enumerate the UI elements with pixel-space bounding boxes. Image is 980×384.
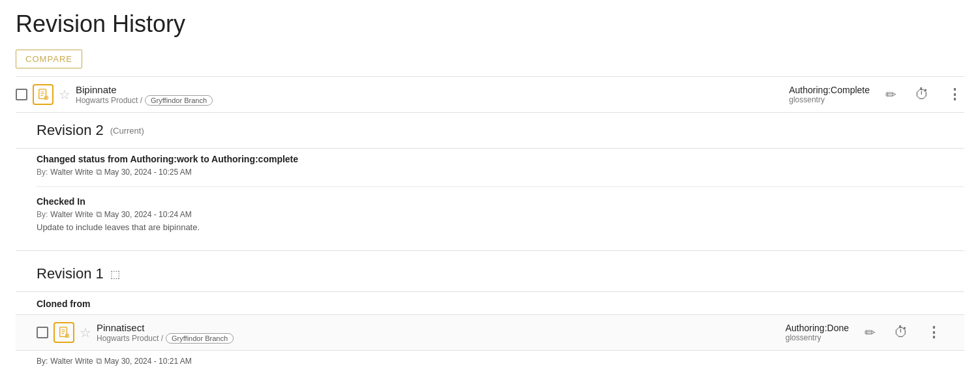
doc-row-right: Authoring:Complete glossentry ✏ ⏱ ⋮ <box>769 83 964 106</box>
cloned-doc-info: Pinnatisect Hogwarts Product / Gryffindo… <box>97 322 234 344</box>
cloned-from-label: Cloned from <box>16 299 964 309</box>
cloned-doc-status: Authoring:Done glossentry <box>786 323 849 342</box>
page-title: Revision History <box>16 10 964 38</box>
revision-2-section: Revision 2 (Current) Changed status from… <box>16 113 964 241</box>
svg-rect-9 <box>61 331 65 332</box>
copy-icon-2[interactable]: ⧉ <box>96 209 102 220</box>
cloned-history-icon[interactable]: ⏱ <box>891 321 911 344</box>
edit-icon[interactable]: ✏ <box>883 84 899 105</box>
page-container: Revision History COMPARE ☆ Bipinnate <box>0 0 980 384</box>
external-link-icon[interactable]: ⬚ <box>110 268 120 280</box>
cloned-doc-status-label: Authoring:Done <box>786 323 849 333</box>
current-badge: (Current) <box>110 126 144 136</box>
document-svg-icon <box>37 89 49 100</box>
rev-divider <box>16 250 964 251</box>
svg-rect-1 <box>40 92 44 93</box>
cloned-doc-row: ☆ Pinnatisect Hogwarts Product / Gryffin… <box>16 314 964 351</box>
cloned-more-icon[interactable]: ⋮ <box>924 321 943 344</box>
main-doc-status-label: Authoring:Complete <box>789 85 870 95</box>
main-doc-status-sub: glossentry <box>789 95 825 104</box>
change-item-checkin: Checked In By: Walter Write ⧉ May 30, 20… <box>37 196 964 241</box>
main-doc-status: Authoring:Complete glossentry <box>789 85 870 104</box>
svg-rect-10 <box>61 333 64 334</box>
cloned-doc-checkbox[interactable] <box>37 327 48 338</box>
change-title-checkin: Checked In <box>37 196 964 207</box>
main-doc-checkbox[interactable] <box>16 89 27 100</box>
cloned-doc-row-left: ☆ Pinnatisect Hogwarts Product / Gryffin… <box>37 322 748 344</box>
main-doc-row: ☆ Bipinnate Hogwarts Product / Gryffindo… <box>16 77 964 113</box>
rev2-top-divider <box>16 148 964 149</box>
change-item-status: Changed status from Authoring:work to Au… <box>37 154 964 187</box>
svg-rect-2 <box>40 93 44 94</box>
main-doc-name: Bipinnate <box>76 84 213 95</box>
main-doc-branch[interactable]: Gryffindor Branch <box>145 95 213 106</box>
cloned-meta: By: Walter Write ⧉ May 30, 2024 - 10:21 … <box>16 351 964 369</box>
copy-icon-clone[interactable]: ⧉ <box>96 356 102 366</box>
more-icon[interactable]: ⋮ <box>945 83 964 106</box>
compare-button[interactable]: COMPARE <box>16 50 82 68</box>
change-desc-checkin: Update to include leaves that are bipinn… <box>37 222 964 232</box>
change-meta-status: By: Walter Write ⧉ May 30, 2024 - 10:25 … <box>37 167 964 177</box>
cloned-doc-row-right: Authoring:Done glossentry ✏ ⏱ ⋮ <box>748 321 943 344</box>
cloned-edit-icon[interactable]: ✏ <box>862 322 878 343</box>
main-doc-star[interactable]: ☆ <box>59 87 70 102</box>
revision-1-title: Revision 1 <box>37 265 104 282</box>
rev1-top-divider <box>16 291 964 292</box>
revision-1-header: Revision 1 ⬚ <box>16 265 964 282</box>
svg-rect-8 <box>61 330 65 331</box>
cloned-doc-path: Hogwarts Product / Gryffindor Branch <box>97 333 234 344</box>
copy-icon-1[interactable]: ⧉ <box>96 167 102 177</box>
main-doc-path: Hogwarts Product / Gryffindor Branch <box>76 95 213 106</box>
revision-2-content: Changed status from Authoring:work to Au… <box>16 154 964 241</box>
revision-1-section: Revision 1 ⬚ Cloned from <box>16 256 964 369</box>
cloned-doc-name: Pinnatisect <box>97 322 234 333</box>
svg-rect-3 <box>40 95 43 96</box>
change-meta-checkin: By: Walter Write ⧉ May 30, 2024 - 10:24 … <box>37 209 964 220</box>
history-icon[interactable]: ⏱ <box>912 83 932 106</box>
doc-icon <box>33 84 54 105</box>
cloned-doc-star[interactable]: ☆ <box>80 325 91 340</box>
revision-2-header: Revision 2 (Current) <box>16 122 964 139</box>
revision-2-title: Revision 2 <box>37 122 104 139</box>
change-title-status: Changed status from Authoring:work to Au… <box>37 154 964 164</box>
doc-row-left: ☆ Bipinnate Hogwarts Product / Gryffindo… <box>16 84 769 106</box>
cloned-doc-icon <box>54 322 74 343</box>
cloned-document-svg-icon <box>58 327 70 338</box>
cloned-doc-branch[interactable]: Gryffindor Branch <box>166 333 234 344</box>
main-doc-info: Bipinnate Hogwarts Product / Gryffindor … <box>76 84 213 106</box>
cloned-doc-status-sub: glossentry <box>786 333 821 342</box>
